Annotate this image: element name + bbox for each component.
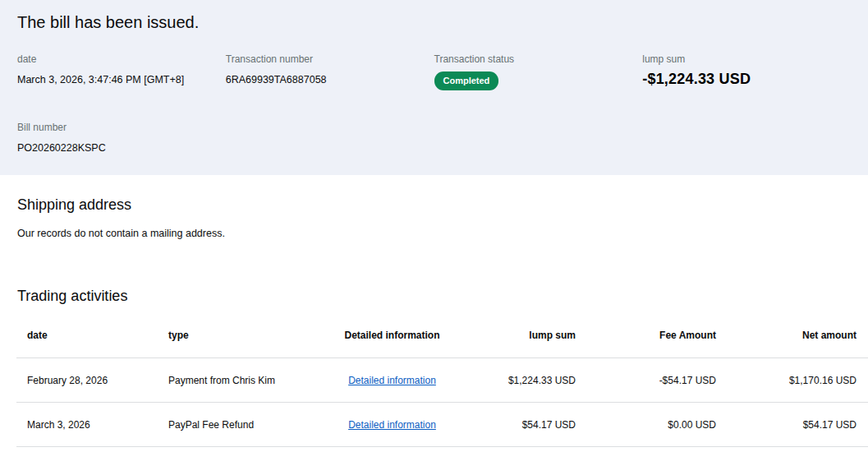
field-lump-sum-label: lump sum [642,53,851,65]
field-lump-sum: lump sum -$1,224.33 USD [642,53,851,90]
table-header-row: date type Detailed information lump sum … [16,330,868,358]
cell-lump-sum: $1,224.33 USD [460,358,580,403]
field-transaction-status-label: Transaction status [434,53,643,65]
cell-fee-amount: -$54.17 USD [580,358,720,403]
shipping-address-message: Our records do not contain a mailing add… [17,228,851,239]
detailed-information-link[interactable]: Detailed information [348,419,436,431]
detailed-information-link[interactable]: Detailed information [348,375,436,386]
field-transaction-number-value: 6RA69939TA6887058 [226,74,434,85]
column-header-detailed-information: Detailed information [324,330,460,358]
column-header-date: date [16,330,168,358]
cell-date: February 28, 2026 [16,358,168,403]
shipping-address-section: Shipping address Our records do not cont… [0,196,868,239]
page-title: The bill has been issued. [17,13,851,32]
field-transaction-status: Transaction status Completed [434,53,643,90]
table-row: February 28, 2026 Payment from Chris Kim… [16,358,868,403]
cell-type: Payment from Chris Kim [168,358,324,403]
shipping-address-heading: Shipping address [17,196,851,214]
trading-activities-section: Trading activities date type Detailed in… [0,288,868,447]
field-date-value: March 3, 2026, 3:47:46 PM [GMT+8] [17,74,226,85]
field-bill-number: Bill number PO20260228KSPC [17,122,226,154]
field-date-label: date [17,53,226,65]
cell-net-amount: $1,170.16 USD [720,358,868,403]
table-row: March 3, 2026 PayPal Fee Refund Detailed… [16,403,868,447]
field-transaction-number: Transaction number 6RA69939TA6887058 [226,53,434,90]
cell-date: March 3, 2026 [16,403,168,447]
cell-type: PayPal Fee Refund [168,403,324,447]
cell-net-amount: $54.17 USD [720,403,868,447]
summary-fields-grid: date March 3, 2026, 3:47:46 PM [GMT+8] T… [17,53,851,154]
bill-summary-section: The bill has been issued. date March 3, … [0,0,868,175]
cell-lump-sum: $54.17 USD [460,403,580,447]
field-bill-number-value: PO20260228KSPC [17,142,226,154]
trading-activities-heading: Trading activities [16,288,868,305]
column-header-fee-amount: Fee Amount [580,330,720,358]
column-header-net-amount: Net amount [720,330,868,358]
field-date: date March 3, 2026, 3:47:46 PM [GMT+8] [17,53,226,90]
status-badge: Completed [434,71,499,90]
cell-fee-amount: $0.00 USD [580,403,720,447]
field-bill-number-label: Bill number [17,122,226,133]
column-header-lump-sum: lump sum [460,330,580,358]
lump-sum-amount: -$1,224.33 USD [642,71,851,88]
column-header-type: type [168,330,324,358]
field-transaction-number-label: Transaction number [226,53,434,65]
trading-activities-table: date type Detailed information lump sum … [16,330,868,447]
